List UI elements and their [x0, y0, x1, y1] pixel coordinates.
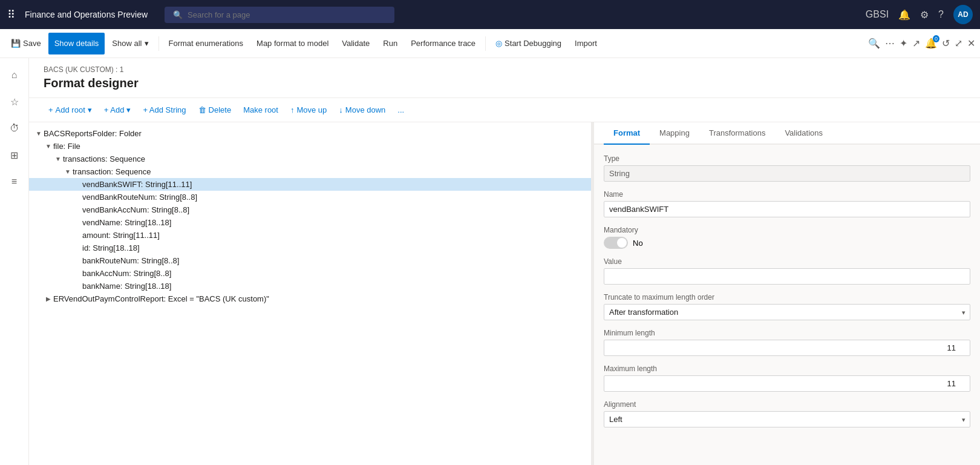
tree-item-label: transactions: Sequence — [63, 154, 586, 163]
search-cmd-icon[interactable]: 🔍 — [868, 38, 880, 49]
separator-2 — [485, 36, 486, 51]
settings-icon[interactable]: ⚙ — [920, 9, 929, 21]
tree-item-label: bankAccNum: String[8..8] — [82, 269, 586, 278]
tree-item-bankRouteNum[interactable]: bankRouteNum: String[8..8] — [29, 254, 591, 267]
alignment-field: Alignment Left Right Center ▾ — [604, 400, 970, 427]
move-up-button[interactable]: ↑ Move up — [286, 103, 332, 117]
tab-mapping[interactable]: Mapping — [650, 122, 699, 145]
nav-item-home[interactable]: ⌂ — [2, 63, 27, 87]
tree-item-amount[interactable]: amount: String[11..11] — [29, 229, 591, 242]
tab-validations[interactable]: Validations — [775, 122, 832, 145]
add-string-button[interactable]: + Add String — [138, 103, 191, 117]
move-down-button[interactable]: ↓ Move down — [334, 103, 390, 117]
refresh-icon[interactable]: ↺ — [942, 38, 950, 49]
main-layout: ⌂ ☆ ⏱ ⊞ ≡ BACS (UK CUSTOM) : 1 Format de… — [0, 58, 980, 465]
page-header: BACS (UK CUSTOM) : 1 Format designer — [29, 58, 980, 98]
notification-icon[interactable]: 🔔 — [898, 9, 910, 21]
tree-item-vendBankRouteNum[interactable]: vendBankRouteNum: String[8..8] — [29, 191, 591, 203]
badge-icon[interactable]: 🔔0 — [925, 38, 937, 49]
toolbar: + Add root ▾ + Add ▾ + Add String 🗑 Dele… — [29, 98, 980, 122]
settings-cmd-icon[interactable]: ✦ — [900, 38, 907, 49]
alignment-label: Alignment — [604, 400, 970, 409]
global-search-bar[interactable]: 🔍 — [165, 7, 394, 23]
mandatory-label: Mandatory — [604, 226, 970, 234]
nav-item-modules[interactable]: ≡ — [2, 170, 27, 194]
expand-icon[interactable]: ⤢ — [955, 38, 962, 49]
name-field: Name — [604, 190, 970, 217]
page-title: Format designer — [44, 76, 965, 97]
ext-icon[interactable]: ↗ — [912, 38, 920, 49]
more-options-button[interactable]: ... — [393, 103, 409, 117]
name-label: Name — [604, 190, 970, 199]
tree-item-id[interactable]: id: String[18..18] — [29, 242, 591, 254]
type-label: Type — [604, 154, 970, 163]
search-icon: 🔍 — [173, 10, 183, 19]
show-all-button[interactable]: Show all ▾ — [106, 33, 154, 54]
chevron-down-icon: ▾ — [145, 39, 149, 48]
tree-item-file[interactable]: ▼file: File — [29, 140, 591, 153]
format-enumerations-button[interactable]: Format enumerations — [163, 33, 250, 54]
tree-item-bacs[interactable]: ▼BACSReportsFolder: Folder — [29, 127, 591, 140]
min-length-field: Minimum length — [604, 329, 970, 356]
tab-format[interactable]: Format — [604, 122, 650, 145]
recent-icon: ⏱ — [10, 123, 19, 134]
tree-item-transaction[interactable]: ▼transaction: Sequence — [29, 165, 591, 178]
run-button[interactable]: Run — [377, 33, 403, 54]
save-button[interactable]: 💾 Save — [5, 33, 47, 54]
delete-icon: 🗑 — [198, 105, 206, 114]
max-length-field: Maximum length — [604, 364, 970, 392]
max-length-input[interactable] — [604, 375, 970, 392]
type-input[interactable] — [604, 165, 970, 182]
move-down-icon: ↓ — [339, 105, 343, 114]
tree-item-bankAccNum[interactable]: bankAccNum: String[8..8] — [29, 267, 591, 280]
tree-item-vendBankAccNum[interactable]: vendBankAccNum: String[8..8] — [29, 203, 591, 216]
tree-item-transactions[interactable]: ▼transactions: Sequence — [29, 153, 591, 165]
tree-item-label: transaction: Sequence — [73, 167, 586, 176]
tree-item-vendName[interactable]: vendName: String[18..18] — [29, 216, 591, 229]
more-cmd-icon[interactable]: ⋯ — [885, 38, 895, 49]
name-input[interactable] — [604, 201, 970, 217]
truncate-select[interactable]: After transformation Before transformati… — [604, 304, 970, 320]
mandatory-toggle[interactable] — [604, 237, 628, 249]
mandatory-field: Mandatory No — [604, 226, 970, 249]
delete-button[interactable]: 🗑 Delete — [194, 103, 237, 117]
nav-item-favorites[interactable]: ☆ — [2, 90, 27, 114]
expand-icon: ▶ — [44, 295, 53, 302]
app-title: Finance and Operations Preview — [25, 10, 148, 19]
tree-item-label: vendBankAccNum: String[8..8] — [82, 205, 586, 214]
add-chevron-icon: ▾ — [126, 105, 131, 114]
show-details-button[interactable]: Show details — [48, 33, 105, 54]
tab-transformations[interactable]: Transformations — [699, 122, 775, 145]
alignment-select-wrapper: Left Right Center ▾ — [604, 411, 970, 427]
performance-trace-button[interactable]: Performance trace — [405, 33, 482, 54]
nav-item-workspaces[interactable]: ⊞ — [2, 143, 27, 167]
mandatory-toggle-row: No — [604, 237, 970, 249]
close-icon[interactable]: ✕ — [967, 38, 975, 49]
region-label: GBSI — [866, 9, 889, 20]
tree-item-vendBankSWIFT[interactable]: vendBankSWIFT: String[11..11] — [29, 178, 591, 191]
validate-button[interactable]: Validate — [336, 33, 376, 54]
alignment-select[interactable]: Left Right Center — [604, 411, 970, 427]
save-icon: 💾 — [11, 39, 21, 48]
avatar[interactable]: AD — [953, 5, 973, 24]
add-button[interactable]: + Add ▾ — [99, 103, 136, 117]
make-root-button[interactable]: Make root — [238, 103, 283, 117]
min-length-input[interactable] — [604, 340, 970, 356]
tree-item-label: amount: String[11..11] — [82, 231, 586, 240]
search-input[interactable] — [188, 10, 369, 19]
move-up-icon: ↑ — [290, 105, 295, 114]
add-root-button[interactable]: + Add root ▾ — [44, 103, 97, 117]
type-field: Type — [604, 154, 970, 182]
tree-item-bankName[interactable]: bankName: String[18..18] — [29, 280, 591, 292]
value-input[interactable] — [604, 268, 970, 285]
add-icon: + — [48, 105, 53, 114]
import-button[interactable]: Import — [569, 33, 603, 54]
tree-item-label: vendName: String[18..18] — [82, 218, 586, 227]
map-format-to-model-button[interactable]: Map format to model — [250, 33, 335, 54]
nav-item-recent[interactable]: ⏱ — [2, 116, 27, 140]
tree-item-ervend[interactable]: ▶ERVendOutPaymControlReport: Excel = "BA… — [29, 292, 591, 305]
start-debugging-button[interactable]: ◎ Start Debugging — [489, 33, 567, 54]
waffle-menu-icon[interactable]: ⠿ — [7, 8, 15, 21]
expand-icon: ▼ — [63, 168, 73, 175]
help-icon[interactable]: ? — [938, 9, 944, 20]
